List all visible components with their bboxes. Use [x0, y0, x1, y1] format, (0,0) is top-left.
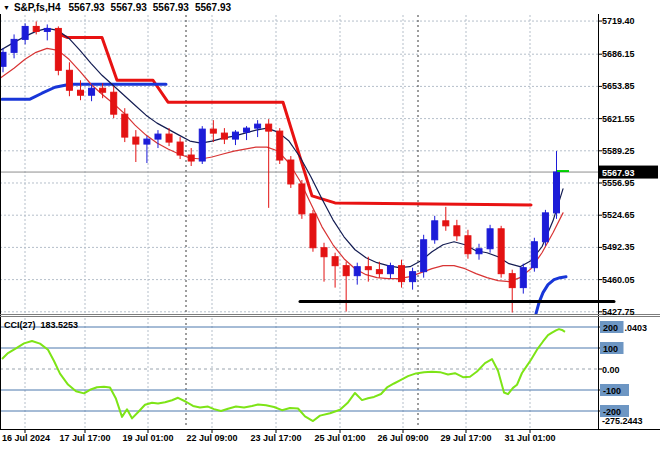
cci-indicator-caption: CCI(27)183.5253 — [4, 320, 78, 330]
candle-body — [531, 242, 537, 268]
price-label: 5621.55 — [602, 114, 635, 124]
cci-value: 183.5253 — [41, 320, 79, 330]
chart-title: ▼ S&P,fs,H4 5567.93 5567.93 5567.93 5567… — [3, 1, 237, 13]
price-label: 5556.95 — [602, 178, 635, 188]
candle-body — [122, 114, 128, 137]
candle-body — [100, 88, 106, 92]
candle-body — [310, 214, 316, 248]
candle-body — [321, 248, 327, 257]
price-label: 5653.85 — [602, 81, 635, 91]
candle-body — [66, 70, 72, 90]
candle-body — [11, 39, 17, 52]
candle-body — [410, 272, 416, 282]
candle-body — [520, 268, 526, 288]
candle-body — [343, 266, 349, 276]
candle-body — [299, 184, 305, 214]
price-label: 5524.65 — [602, 210, 635, 220]
candle-body — [387, 266, 393, 274]
cci-level-label: 0.00 — [602, 365, 620, 375]
ohlc-low: 5567.93 — [153, 2, 189, 13]
candle-body — [465, 236, 471, 254]
candle-body — [554, 172, 560, 213]
candle-body — [133, 137, 139, 144]
candle-body — [277, 131, 283, 160]
candle-body — [232, 132, 238, 139]
candle-body — [432, 221, 438, 240]
chart-background — [0, 0, 660, 450]
price-label: 5719.40 — [602, 16, 635, 26]
candle-body — [177, 142, 183, 155]
candle-body — [476, 249, 482, 254]
price-label: 5460.05 — [602, 275, 635, 285]
time-label: 25 Jul 01:00 — [314, 433, 365, 443]
chart-canvas[interactable]: 16 Jul 202417 Jul 17:0019 Jul 01:0022 Ju… — [0, 0, 660, 450]
cci-name: CCI(27) — [4, 320, 36, 330]
candle-body — [111, 92, 117, 114]
time-label: 19 Jul 01:00 — [122, 433, 173, 443]
current-price-label: 5567.93 — [602, 168, 635, 178]
candle-body — [399, 266, 405, 282]
price-label: 5492.35 — [602, 242, 635, 252]
price-label: 5427.75 — [602, 307, 635, 317]
candle-body — [288, 160, 294, 184]
candle-body — [55, 28, 61, 70]
cci-level-label: -200 — [603, 407, 621, 417]
candle-body — [454, 226, 460, 236]
candle-body — [498, 229, 504, 274]
candle-body — [421, 240, 427, 272]
candle-body — [22, 26, 28, 39]
cci-level-label: 200 — [603, 323, 618, 333]
time-label: 23 Jul 17:00 — [250, 433, 301, 443]
candle-body — [221, 133, 227, 139]
candle-body — [354, 267, 360, 276]
candle-body — [487, 229, 493, 249]
candle-body — [210, 129, 216, 133]
candle-body — [443, 221, 449, 226]
time-label: 22 Jul 09:00 — [186, 433, 237, 443]
time-label: 29 Jul 17:00 — [440, 433, 491, 443]
candle-body — [33, 26, 39, 31]
ohlc-close: 5567.93 — [195, 2, 231, 13]
candle-body — [44, 28, 50, 31]
cci-level-label: -100 — [603, 386, 621, 396]
price-label: 5686.15 — [602, 49, 635, 59]
cci-level-label: 100 — [603, 344, 618, 354]
symbol-timeframe: S&P,fs,H4 — [14, 2, 61, 13]
price-label: 5589.25 — [602, 146, 635, 156]
time-label: 16 Jul 2024 — [2, 433, 50, 443]
symbol-dropdown-icon[interactable]: ▼ — [3, 4, 10, 11]
candle-body — [89, 88, 95, 95]
candle-body — [332, 257, 338, 266]
candle-body — [77, 90, 83, 95]
candle-body — [542, 213, 548, 242]
cci-scale-min-label: -275.2443 — [602, 416, 643, 426]
candle-body — [199, 129, 205, 161]
candle-body — [376, 270, 382, 274]
candle-body — [509, 274, 515, 288]
time-label: 26 Jul 09:00 — [377, 433, 428, 443]
candle-body — [255, 124, 261, 128]
ohlc-open: 5567.93 — [68, 2, 104, 13]
candle-body — [365, 267, 371, 270]
time-label: 31 Jul 01:00 — [504, 433, 555, 443]
cci-scale-max-suffix: .0403 — [625, 323, 648, 333]
candle-body — [155, 134, 161, 139]
candle-body — [144, 139, 150, 144]
candle-body — [188, 155, 194, 161]
ohlc-high: 5567.93 — [111, 2, 147, 13]
candle-body — [266, 124, 272, 131]
candle-body — [244, 128, 250, 132]
time-label: 17 Jul 17:00 — [59, 433, 110, 443]
candle-body — [166, 134, 172, 142]
mt4-chart-window[interactable]: 16 Jul 202417 Jul 17:0019 Jul 01:0022 Ju… — [0, 0, 660, 450]
